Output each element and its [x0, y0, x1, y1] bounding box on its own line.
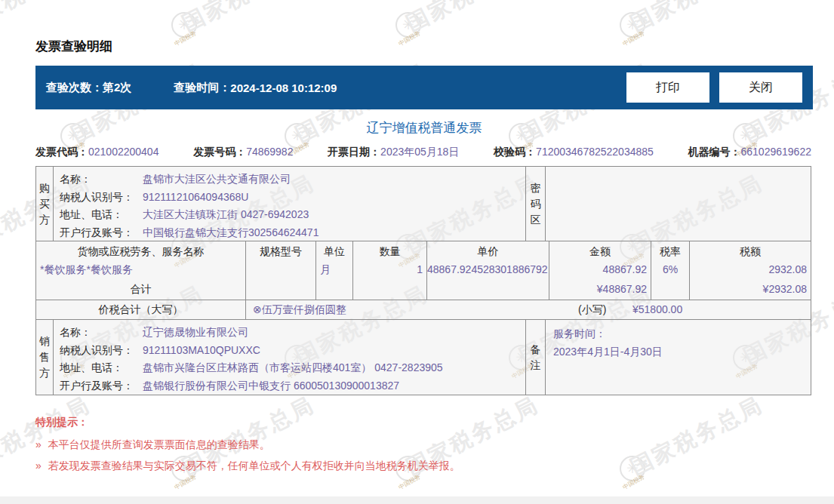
password-area-content: [546, 167, 811, 241]
check-code: 校验码：71200346782522034885: [494, 146, 654, 159]
tax-total-label: 价税合计（大写）: [36, 300, 246, 319]
goods-col-tax: 税额 2932.08 ¥2932.08: [690, 241, 811, 300]
goods-unit: 月: [316, 260, 352, 280]
seller-section: 销售方 名称： 辽宁德晟物业有限公司 纳税人识别号： 91211103MA10Q…: [36, 319, 811, 395]
password-area-label: 密码区: [525, 167, 546, 241]
goods-col-spec: 规格型号: [246, 241, 316, 300]
invoice-code-row: 发票代码：021002200404 发票号码：74869982 开票日期：202…: [35, 146, 811, 159]
remark-line1: 服务时间：: [553, 324, 803, 343]
check-count: 查验次数： 第2次: [46, 81, 131, 95]
special-notes: 特别提示： »本平台仅提供所查询发票票面信息的查验结果。 »若发现发票查验结果与…: [35, 416, 460, 481]
remark-line2: 2023年4月1日-4月30日: [553, 343, 803, 361]
goods-total-amount: ¥48867.92: [549, 280, 651, 299]
goods-name: *餐饮服务*餐饮服务: [36, 260, 245, 280]
seller-fields: 名称： 辽宁德晟物业有限公司 纳税人识别号： 91211103MA10QPUXX…: [54, 320, 525, 395]
check-time-value: 2024-12-08 10:12:09: [230, 81, 337, 94]
verification-toolbar: 查验次数： 第2次 查验时间： 2024-12-08 10:12:09 打印 关…: [35, 66, 813, 109]
seller-address-phone: 地址、电话： 盘锦市兴隆台区庄林路西（市客运站四楼401室） 0427-2823…: [54, 359, 525, 377]
invoice-table: 购买方 名称： 盘锦市大洼区公共交通有限公司 纳税人识别号： 912111210…: [35, 166, 811, 395]
page-title: 发票查验明细: [35, 38, 112, 55]
invoice-code: 发票代码：021002200404: [35, 146, 158, 159]
special-note-1: »本平台仅提供所查询发票票面信息的查验结果。: [35, 439, 460, 450]
goods-price: 48867.924528301886792: [427, 260, 549, 280]
seller-section-label: 销售方: [36, 320, 54, 395]
goods-col-qty: 数量 1: [353, 241, 427, 300]
check-count-value: 第2次: [103, 81, 131, 95]
tax-total-small-label: (小写): [578, 300, 606, 319]
goods-total-label: 合计: [36, 280, 245, 299]
goods-tax: 2932.08: [690, 260, 811, 280]
goods-total-tax: ¥2932.08: [690, 280, 811, 299]
special-notes-title: 特别提示：: [35, 416, 460, 429]
special-note-2: »若发现发票查验结果与实际交易不符，任何单位或个人有权拒收并向当地税务机关举报。: [35, 460, 460, 472]
remark-content: 服务时间： 2023年4月1日-4月30日: [546, 320, 811, 395]
tax-total-row: 价税合计（大写） ⊗伍万壹仟捌佰圆整 (小写) ¥51800.00: [36, 300, 811, 319]
seller-bank-account: 开户行及账号： 盘锦银行股份有限公司中银支行 66005013090001382…: [54, 377, 525, 395]
goods-amount: 48867.92: [549, 260, 651, 280]
buyer-name: 名称： 盘锦市大洼区公共交通有限公司: [54, 171, 525, 189]
invoice-number: 发票号码：74869982: [193, 146, 293, 159]
tax-total-in-words: ⊗伍万壹仟捌佰圆整: [246, 303, 346, 315]
goods-col-name: 货物或应税劳务、服务名称 *餐饮服务*餐饮服务 合计: [36, 241, 246, 300]
goods-col-price: 单价 48867.924528301886792: [427, 241, 549, 300]
goods-table: 货物或应税劳务、服务名称 *餐饮服务*餐饮服务 合计 规格型号 单位 月 数量 …: [36, 241, 811, 300]
buyer-section: 购买方 名称： 盘锦市大洼区公共交通有限公司 纳税人识别号： 912111210…: [36, 167, 811, 241]
invoice-verification-page: ✳国家税务总局中国税务✳国家税务总局中国税务✳国家税务总局中国税务✳国家税务总局…: [0, 0, 834, 504]
tax-total-values: ⊗伍万壹仟捌佰圆整 (小写) ¥51800.00: [246, 300, 811, 319]
machine-number: 机器编号：661029619622: [688, 146, 811, 159]
remark-label: 备注: [525, 320, 546, 395]
goods-col-unit: 单位 月: [316, 241, 353, 300]
check-time: 查验时间： 2024-12-08 10:12:09: [174, 81, 337, 95]
buyer-fields: 名称： 盘锦市大洼区公共交通有限公司 纳税人识别号： 9121112106409…: [54, 167, 525, 241]
buyer-section-label: 购买方: [36, 167, 54, 241]
buyer-address-phone: 地址、电话： 大洼区大洼镇珠江街 0427-6942023: [54, 206, 525, 224]
goods-rate: 6%: [651, 260, 689, 280]
seller-name: 名称： 辽宁德晟物业有限公司: [54, 324, 525, 342]
check-count-label: 查验次数：: [46, 81, 103, 95]
seller-tax-id: 纳税人识别号： 91211103MA10QPUXXC: [54, 342, 525, 360]
buyer-bank-account: 开户行及账号： 中国银行盘锦大洼支行302564624471: [54, 224, 525, 242]
goods-col-amount: 金额 48867.92 ¥48867.92: [549, 241, 651, 300]
print-button[interactable]: 打印: [626, 72, 709, 103]
invoice-date: 开票日期：2023年05月18日: [328, 146, 459, 159]
bottom-scrollbar-track[interactable]: [0, 496, 834, 504]
goods-spec: [246, 260, 315, 280]
note-bullet-icon: »: [35, 438, 42, 450]
invoice-title: 辽宁增值税普通发票: [35, 119, 813, 137]
check-time-label: 查验时间：: [174, 81, 230, 95]
buyer-tax-id: 纳税人识别号： 91211121064094368U: [54, 189, 525, 207]
close-button[interactable]: 关闭: [719, 72, 802, 103]
goods-col-rate: 税率 6%: [651, 241, 690, 300]
note-bullet-icon: »: [35, 459, 42, 472]
goods-qty: 1: [353, 260, 426, 280]
tax-total-small-value: ¥51800.00: [632, 300, 682, 319]
